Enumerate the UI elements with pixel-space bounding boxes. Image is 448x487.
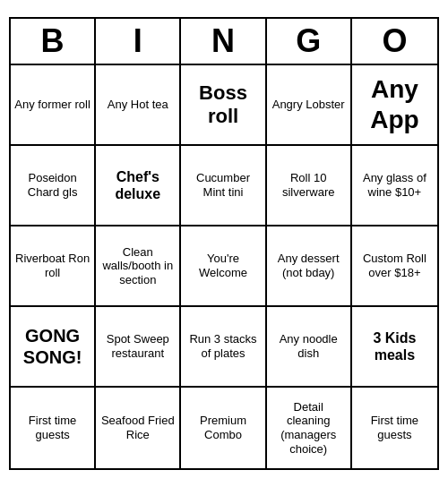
bingo-cell-3: Angry Lobster — [267, 65, 352, 146]
bingo-cell-15: GONG SONG! — [11, 307, 96, 388]
bingo-cell-12: You're Welcome — [181, 226, 266, 307]
cell-text: Any former roll — [14, 98, 90, 112]
bingo-cell-18: Any noodle dish — [267, 307, 352, 388]
cell-text: Any dessert (not bday) — [271, 252, 347, 279]
cell-text: Any Hot tea — [108, 98, 168, 112]
bingo-card: BINGO Any former rollAny Hot teaBoss rol… — [9, 17, 439, 470]
cell-text: Detail cleaning (managers choice) — [271, 400, 347, 456]
cell-text: Boss roll — [185, 81, 261, 129]
bingo-cell-14: Custom Roll over $18+ — [352, 226, 437, 307]
bingo-cell-5: Poseidon Chard gls — [11, 146, 96, 226]
cell-text: Roll 10 silverware — [271, 171, 347, 199]
bingo-cell-7: Cucumber Mint tini — [181, 146, 266, 226]
bingo-cell-0: Any former roll — [11, 65, 96, 146]
bingo-cell-10: Riverboat Ron roll — [11, 226, 96, 307]
cell-text: Angry Lobster — [272, 98, 345, 112]
cell-text: Any noodle dish — [271, 332, 347, 360]
bingo-cell-17: Run 3 stacks of plates — [181, 307, 266, 388]
bingo-header: BINGO — [11, 19, 437, 65]
header-letter: G — [267, 19, 352, 64]
cell-text: You're Welcome — [185, 252, 261, 279]
header-letter: B — [11, 19, 96, 64]
bingo-cell-11: Clean walls/booth in section — [96, 226, 181, 307]
bingo-cell-23: Detail cleaning (managers choice) — [267, 388, 352, 468]
header-letter: O — [352, 19, 437, 64]
cell-text: GONG SONG! — [14, 325, 90, 368]
cell-text: Cucumber Mint tini — [185, 171, 261, 199]
bingo-cell-20: First time guests — [11, 388, 96, 468]
cell-text: Run 3 stacks of plates — [185, 332, 261, 360]
cell-text: Seafood Fried Rice — [99, 414, 176, 441]
cell-text: Chef's deluxe — [99, 168, 176, 202]
bingo-cell-9: Any glass of wine $10+ — [352, 146, 437, 226]
bingo-cell-8: Roll 10 silverware — [267, 146, 352, 226]
bingo-cell-4: Any App — [352, 65, 437, 146]
bingo-grid: Any former rollAny Hot teaBoss rollAngry… — [11, 65, 437, 468]
cell-text: Clean walls/booth in section — [99, 245, 176, 287]
header-letter: N — [181, 19, 266, 64]
cell-text: Spot Sweep restaurant — [99, 332, 176, 360]
cell-text: 3 Kids meals — [356, 329, 434, 363]
bingo-cell-2: Boss roll — [181, 65, 266, 146]
cell-text: Any glass of wine $10+ — [356, 171, 434, 199]
bingo-cell-24: First time guests — [352, 388, 437, 468]
bingo-cell-16: Spot Sweep restaurant — [96, 307, 181, 388]
cell-text: First time guests — [356, 414, 434, 441]
cell-text: Custom Roll over $18+ — [356, 252, 434, 279]
bingo-cell-22: Premium Combo — [181, 388, 266, 468]
bingo-cell-1: Any Hot tea — [96, 65, 181, 146]
bingo-cell-6: Chef's deluxe — [96, 146, 181, 226]
bingo-cell-13: Any dessert (not bday) — [267, 226, 352, 307]
header-letter: I — [96, 19, 181, 64]
cell-text: Poseidon Chard gls — [14, 171, 90, 199]
cell-text: Premium Combo — [185, 414, 261, 441]
cell-text: Any App — [356, 74, 434, 134]
bingo-cell-19: 3 Kids meals — [352, 307, 437, 388]
bingo-cell-21: Seafood Fried Rice — [96, 388, 181, 468]
cell-text: Riverboat Ron roll — [14, 252, 90, 279]
cell-text: First time guests — [14, 414, 90, 441]
